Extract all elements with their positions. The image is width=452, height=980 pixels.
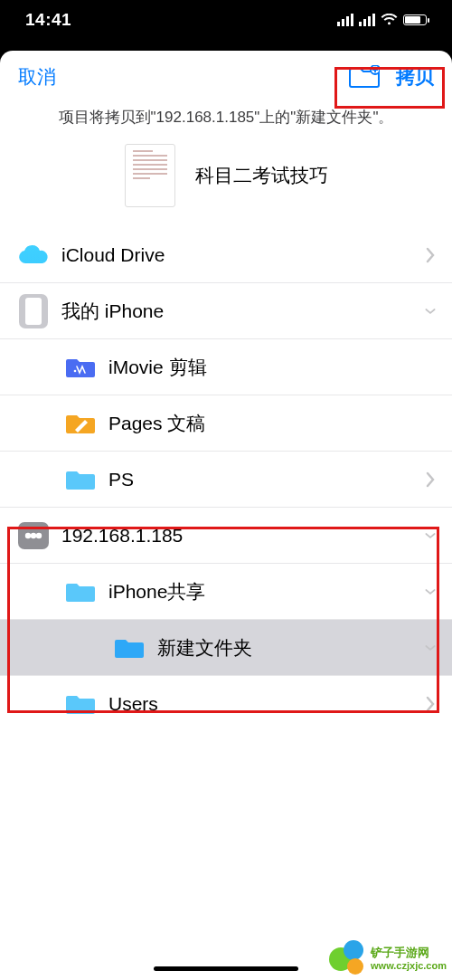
location-label: iPhone共享 [96, 579, 425, 604]
location-my-iphone[interactable]: 我的 iPhone [0, 283, 452, 339]
location-label: iCloud Drive [49, 244, 425, 266]
location-list: iCloud Drive 我的 iPhone iMovie 剪辑 Pages 文… [0, 227, 452, 980]
location-server[interactable]: 192.168.1.185 [0, 508, 452, 564]
watermark-name: 铲子手游网 [371, 947, 447, 960]
svg-point-2 [74, 369, 77, 372]
document-thumbnail-icon [125, 144, 175, 207]
battery-icon [403, 14, 427, 25]
copy-button[interactable]: 拷贝 [396, 64, 434, 90]
svg-point-5 [36, 532, 42, 538]
server-icon [18, 522, 49, 549]
chevron-right-icon [425, 471, 436, 488]
signal-icon [337, 14, 353, 26]
chevron-down-icon [425, 640, 436, 656]
copy-sheet: 取消 拷贝 项目将拷贝到"192.168.1.185"上的"新建文件夹"。 科目… [0, 51, 452, 980]
chevron-down-icon [425, 528, 436, 544]
location-label: Users [96, 693, 425, 715]
folder-icon [66, 356, 95, 379]
chevron-down-icon [425, 303, 436, 319]
cancel-button[interactable]: 取消 [18, 64, 56, 90]
new-folder-icon[interactable] [349, 65, 380, 89]
chevron-right-icon [425, 696, 436, 712]
folder-icon [66, 468, 95, 491]
svg-point-4 [31, 532, 36, 538]
folder-ps[interactable]: PS [0, 452, 452, 508]
chevron-down-icon [425, 584, 436, 600]
watermark-logo-icon [329, 940, 367, 978]
folder-imovie[interactable]: iMovie 剪辑 [0, 339, 452, 395]
folder-users[interactable]: Users [0, 676, 452, 732]
status-indicators [337, 14, 427, 26]
folder-icon [66, 580, 95, 604]
file-name: 科目二考试技巧 [195, 163, 328, 188]
folder-icon [66, 692, 95, 716]
location-label: 192.168.1.185 [49, 525, 425, 547]
subtitle-text: 项目将拷贝到"192.168.1.185"上的"新建文件夹"。 [0, 103, 452, 140]
folder-icon [66, 412, 95, 435]
location-label: 我的 iPhone [49, 299, 425, 324]
location-label: iMovie 剪辑 [96, 355, 436, 380]
wifi-icon [381, 14, 398, 26]
file-preview: 科目二考试技巧 [0, 140, 452, 227]
location-icloud[interactable]: iCloud Drive [0, 227, 452, 283]
signal-icon-2 [359, 14, 375, 26]
status-bar: 14:41 [0, 0, 452, 40]
folder-icon [115, 636, 144, 660]
home-indicator [154, 966, 298, 971]
folder-pages[interactable]: Pages 文稿 [0, 395, 452, 452]
watermark-url: www.czjxjc.com [371, 960, 447, 972]
folder-iphone-share[interactable]: iPhone共享 [0, 564, 452, 620]
iphone-icon [19, 294, 48, 328]
folder-new-folder-selected[interactable]: 新建文件夹 [0, 620, 452, 676]
watermark: 铲子手游网 www.czjxjc.com [329, 940, 447, 978]
svg-point-3 [25, 532, 31, 538]
nav-bar: 取消 拷贝 [0, 51, 452, 103]
location-label: PS [96, 469, 425, 490]
location-label: Pages 文稿 [96, 411, 436, 436]
status-time: 14:41 [25, 10, 71, 30]
icloud-icon [18, 244, 49, 266]
chevron-right-icon [425, 247, 436, 263]
location-label: 新建文件夹 [145, 635, 425, 661]
